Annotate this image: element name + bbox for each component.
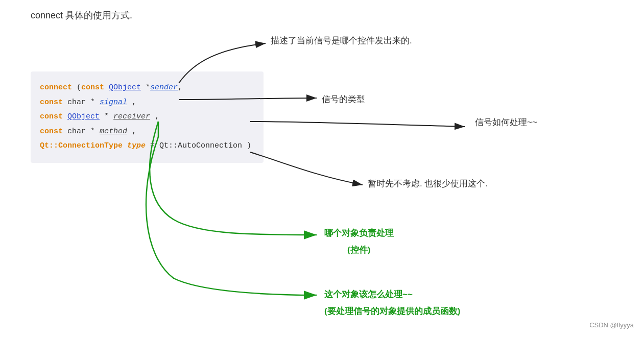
type-annotation: 暂时先不考虑. 也很少使用这个. <box>368 178 488 189</box>
code-block: connect (const QObject *sender, const ch… <box>31 71 264 163</box>
csdn-label: CSDN @flyyya <box>589 321 634 329</box>
method-annotation-line1: 这个对象该怎么处理~~ <box>324 288 413 300</box>
receiver-annotation-line2: (控件) <box>347 244 370 256</box>
method-annotation: 信号如何处理~~ <box>475 116 537 128</box>
page-title: connect 具体的使用方式. <box>31 9 132 21</box>
method-annotation-line2: (要处理信号的对象提供的成员函数) <box>324 305 460 317</box>
arrows-overlay <box>0 0 644 337</box>
code-line-2: const char * signal , <box>40 95 251 110</box>
code-line-3: const QObject * receiver , <box>40 110 251 125</box>
code-line-1: connect (const QObject *sender, <box>40 81 251 95</box>
receiver-annotation-line1: 哪个对象负责处理 <box>324 227 394 239</box>
signal-annotation: 信号的类型 <box>322 93 365 105</box>
sender-annotation: 描述了当前信号是哪个控件发出来的. <box>271 35 412 46</box>
code-line-4: const char * method , <box>40 125 251 139</box>
code-line-5: Qt::ConnectionType type = Qt::AutoConnec… <box>40 139 251 154</box>
